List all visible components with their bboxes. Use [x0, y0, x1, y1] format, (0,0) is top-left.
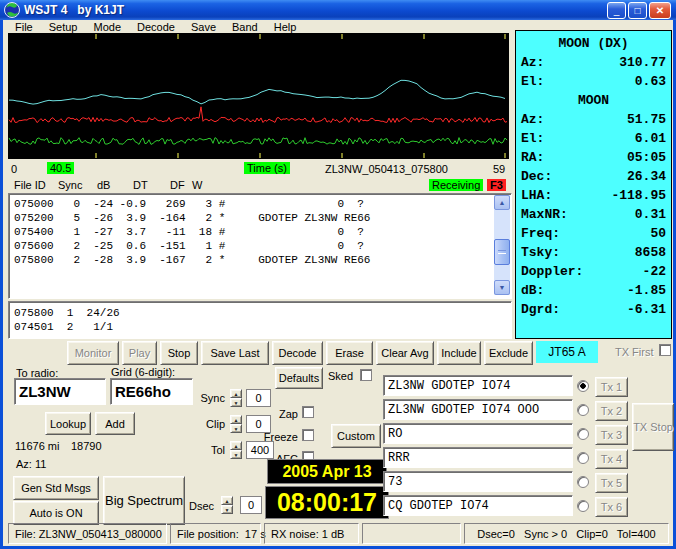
dsec-value[interactable]: 0: [240, 496, 262, 514]
col-dt: DT: [133, 179, 148, 191]
scroll-thumb[interactable]: [494, 239, 510, 265]
decode-row[interactable]: 075800 2 -28 3.9 -167 2 * GDOTEP ZL3NW R…: [14, 253, 370, 267]
moon-field-value: 26.34: [627, 167, 666, 186]
tx-message-5-input[interactable]: 73: [383, 471, 573, 492]
decode-row[interactable]: 075400 1 -27 3.7 -11 18 # 0 ?: [14, 225, 364, 239]
decode-row[interactable]: 075600 2 -25 0.6 -151 1 # 0 ?: [14, 239, 364, 253]
minimize-button[interactable]: _: [607, 2, 626, 19]
f3-badge: F3: [487, 179, 506, 191]
custom-button[interactable]: Custom: [331, 424, 381, 448]
gen-std-msgs-button[interactable]: Gen Std Msgs: [13, 476, 99, 500]
decode-button[interactable]: Decode: [272, 341, 323, 365]
time-axis-label: Time (s): [244, 162, 290, 174]
col-w: W: [192, 179, 202, 191]
moon-field-value: 51.75: [627, 110, 666, 129]
spectrum-plot[interactable]: [8, 33, 509, 159]
close-button[interactable]: ✕: [649, 2, 671, 19]
zap-checkbox[interactable]: [302, 406, 314, 418]
spin-down-button[interactable]: ▼: [230, 424, 242, 433]
clear-avg-button[interactable]: Clear Avg: [376, 341, 434, 365]
tx5-button[interactable]: Tx 5: [595, 473, 628, 493]
moon-field-label: Az:: [521, 53, 544, 72]
tx2-radio[interactable]: [577, 404, 589, 416]
stop-button[interactable]: Stop: [160, 341, 198, 365]
moon-field-label: Dgrd:: [521, 300, 560, 319]
decode-row[interactable]: 075000 0 -24 -0.9 269 3 # 0 ?: [14, 197, 364, 211]
decode-scrollbar[interactable]: ▲ ▼: [494, 195, 510, 295]
freeze-checkbox[interactable]: [302, 429, 314, 441]
moon-field-label: RA:: [521, 148, 544, 167]
moon-field-value: -118.95: [611, 186, 666, 205]
big-spectrum-button[interactable]: Big Spectrum: [103, 476, 185, 525]
average-row[interactable]: 075800 1 24/26: [14, 306, 120, 320]
moon-dx-header: MOON (DX): [558, 34, 628, 53]
tx-message-2-input[interactable]: ZL3NW GDOTEP IO74 OOO: [383, 399, 573, 420]
moon-field-value: -6.31: [627, 300, 666, 319]
tx-message-6-input[interactable]: CQ GDOTEP IO74: [383, 495, 573, 516]
decode-row[interactable]: 075200 5 -26 3.9 -164 2 * GDOTEP ZL3NW R…: [14, 211, 370, 225]
average-list[interactable]: 075800 1 24/26 074501 2 1/1: [8, 301, 512, 339]
tx-message-4-input[interactable]: RRR: [383, 447, 573, 468]
include-button[interactable]: Include: [437, 341, 481, 365]
moon-field-label: El:: [521, 72, 544, 91]
tx6-button[interactable]: Tx 6: [595, 497, 628, 517]
spin-down-button[interactable]: ▼: [230, 450, 242, 459]
tx-first-checkbox[interactable]: [659, 344, 671, 356]
receiving-badge: Receiving: [429, 179, 483, 191]
tx3-button[interactable]: Tx 3: [595, 425, 628, 445]
tx-stop-button[interactable]: TX Stop: [632, 403, 674, 451]
col-sync: Sync: [58, 179, 82, 191]
to-radio-input[interactable]: ZL3NW: [14, 378, 106, 405]
sked-checkbox[interactable]: [360, 369, 372, 381]
average-row[interactable]: 074501 2 1/1: [14, 320, 113, 334]
scroll-down-button[interactable]: ▼: [494, 280, 510, 295]
auto-button[interactable]: Auto is ON: [13, 501, 99, 525]
tx2-button[interactable]: Tx 2: [595, 401, 628, 421]
moon-field-label: dB:: [521, 281, 544, 300]
axis-start-label: 0: [11, 163, 17, 175]
moon-field-label: Freq:: [521, 224, 560, 243]
tx4-button[interactable]: Tx 4: [595, 449, 628, 469]
scroll-up-button[interactable]: ▲: [494, 195, 510, 210]
erase-button[interactable]: Erase: [326, 341, 373, 365]
tx6-radio[interactable]: [577, 500, 589, 512]
spin-up-button[interactable]: ▲: [221, 496, 233, 505]
maximize-button[interactable]: □: [628, 2, 647, 19]
sync-value[interactable]: 0: [246, 389, 271, 407]
add-button[interactable]: Add: [95, 412, 135, 435]
moon-field-label: Az:: [521, 110, 544, 129]
save-last-button[interactable]: Save Last: [201, 341, 269, 365]
col-file-id: File ID: [14, 179, 46, 191]
zap-label: Zap: [243, 408, 298, 420]
tx3-radio[interactable]: [577, 428, 589, 440]
title-bar[interactable]: WSJT 4 by K1JT _ □ ✕: [0, 0, 676, 20]
monitor-button[interactable]: Monitor: [67, 341, 119, 365]
tol-label: Tol: [153, 444, 225, 456]
tx-first-label: TX First: [615, 346, 654, 358]
play-button[interactable]: Play: [122, 341, 157, 365]
spin-down-button[interactable]: ▼: [221, 505, 233, 514]
defaults-button[interactable]: Defaults: [275, 367, 323, 389]
sked-label: Sked: [328, 370, 353, 382]
spin-up-button[interactable]: ▲: [230, 389, 242, 398]
moon-field-value: 05:05: [627, 148, 666, 167]
spin-down-button[interactable]: ▼: [230, 398, 242, 407]
dsec-spinner: ▲ ▼: [221, 496, 233, 514]
spin-up-button[interactable]: ▲: [230, 415, 242, 424]
moon-field-value: -22: [643, 262, 666, 281]
tx5-radio[interactable]: [577, 476, 589, 488]
decode-list[interactable]: 075000 0 -24 -0.9 269 3 # 0 ? 075200 5 -…: [8, 193, 512, 299]
sync-label: Sync: [153, 392, 225, 404]
spin-up-button[interactable]: ▲: [230, 441, 242, 450]
exclude-button[interactable]: Exclude: [484, 341, 533, 365]
tx1-button[interactable]: Tx 1: [595, 377, 628, 397]
axis-end-label: 59: [493, 163, 505, 175]
status-file-position: File position: 17 s: [170, 523, 261, 544]
wsjt-window: WSJT 4 by K1JT _ □ ✕ File Setup Mode Dec…: [0, 0, 676, 549]
tx4-radio[interactable]: [577, 452, 589, 464]
tx-message-1-input[interactable]: ZL3NW GDOTEP IO74: [383, 375, 573, 396]
tx1-radio[interactable]: [577, 380, 589, 392]
lookup-button[interactable]: Lookup: [45, 412, 91, 435]
globe-icon: [4, 2, 20, 18]
tx-message-3-input[interactable]: RO: [383, 423, 573, 444]
